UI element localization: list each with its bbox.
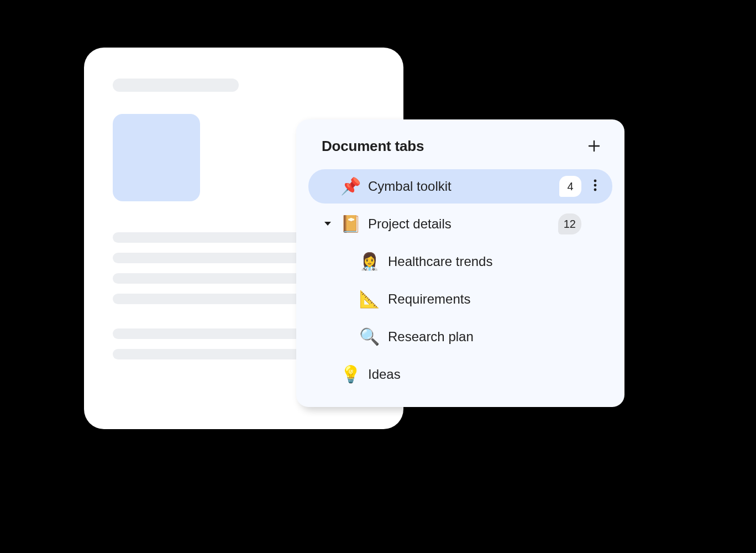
tab-cymbal-toolkit[interactable]: 📌 Cymbal toolkit 4 bbox=[308, 169, 612, 204]
comment-count-badge: 12 bbox=[558, 213, 581, 234]
tab-healthcare-trends[interactable]: 👩‍⚕️ Healthcare trends bbox=[308, 244, 612, 279]
doc-image-placeholder bbox=[113, 114, 200, 201]
health-worker-icon: 👩‍⚕️ bbox=[356, 253, 382, 270]
plus-icon bbox=[588, 140, 600, 152]
tab-requirements[interactable]: 📐 Requirements bbox=[308, 282, 612, 316]
tabs-header: Document tabs bbox=[308, 135, 612, 169]
tab-research-plan[interactable]: 🔍 Research plan bbox=[308, 320, 612, 354]
magnifying-glass-icon: 🔍 bbox=[356, 328, 382, 345]
pushpin-icon: 📌 bbox=[338, 178, 363, 195]
tab-label: Project details bbox=[368, 216, 452, 232]
comment-count-badge: 4 bbox=[559, 176, 581, 197]
lightbulb-icon: 💡 bbox=[338, 366, 363, 383]
triangular-ruler-icon: 📐 bbox=[356, 291, 382, 307]
expand-chevron-icon[interactable] bbox=[321, 221, 335, 227]
notebook-icon: 📔 bbox=[338, 216, 363, 232]
svg-point-2 bbox=[594, 189, 597, 191]
tab-label: Ideas bbox=[368, 367, 401, 382]
tab-label: Requirements bbox=[388, 291, 470, 307]
tab-more-button[interactable] bbox=[587, 179, 603, 194]
chevron-down-icon bbox=[324, 221, 332, 227]
add-tab-button[interactable] bbox=[584, 135, 605, 157]
tab-label: Healthcare trends bbox=[388, 254, 492, 269]
more-vertical-icon bbox=[594, 179, 597, 191]
tabs-panel-title: Document tabs bbox=[322, 138, 424, 155]
tab-project-details[interactable]: 📔 Project details 12 bbox=[308, 207, 612, 241]
doc-title-placeholder bbox=[113, 79, 239, 92]
tab-label: Research plan bbox=[388, 329, 474, 345]
tab-ideas[interactable]: 💡 Ideas bbox=[308, 357, 612, 392]
svg-point-1 bbox=[594, 184, 597, 187]
tab-label: Cymbal toolkit bbox=[368, 179, 452, 194]
document-tabs-panel: Document tabs 📌 Cymbal toolkit 4 📔 bbox=[296, 119, 624, 407]
svg-point-0 bbox=[594, 180, 597, 182]
